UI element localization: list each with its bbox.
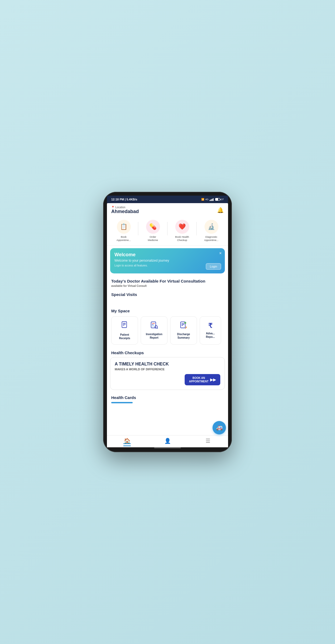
quick-action-book-appointment[interactable]: 📋 BookAppointme... bbox=[109, 220, 138, 242]
my-space-title: My Space bbox=[107, 306, 228, 314]
status-time: 12:18 PM | 5.4KB/s bbox=[111, 198, 137, 201]
diagnostic-appointment-label: DiagnosticAppointme... bbox=[204, 235, 218, 242]
welcome-title: Welcome bbox=[114, 252, 221, 258]
bottom-navigation: 🏠 👤 ☰ 🚑 Emergency bbox=[107, 435, 228, 447]
welcome-banner: Welcome Welcome to your personalized jou… bbox=[110, 248, 225, 273]
order-medicine-label: OrderMedicine bbox=[148, 235, 158, 242]
order-medicine-icon-circle: 💊 bbox=[146, 220, 160, 234]
signal-bar-1 bbox=[210, 200, 210, 201]
location-section: 📍 Location Ahmedabad bbox=[111, 206, 139, 214]
diagnostic-icon-circle: 🔬 bbox=[204, 220, 218, 234]
menu-icon: ☰ bbox=[206, 438, 210, 444]
notification-bell-icon[interactable]: 🔔 bbox=[217, 207, 224, 213]
book-health-checkup-label: Book HealthCheckup bbox=[175, 235, 189, 242]
main-scroll-area: 📋 BookAppointme... 💊 OrderMedicine ❤️ Bo… bbox=[107, 217, 228, 435]
city-name: Ahmedabad bbox=[111, 209, 139, 214]
signal-bar-4 bbox=[213, 198, 214, 201]
home-indicator bbox=[154, 447, 181, 448]
emergency-label: Emergency bbox=[215, 437, 224, 438]
emergency-fab[interactable]: 🚑 Emergency bbox=[213, 421, 226, 434]
quick-action-order-medicine[interactable]: 💊 OrderMedicine bbox=[138, 220, 168, 242]
discharge-summary-card[interactable]: DischargeSummary bbox=[170, 316, 197, 345]
svg-point-14 bbox=[184, 322, 187, 324]
svg-rect-9 bbox=[152, 325, 154, 327]
network-icon: 📶 bbox=[201, 198, 204, 201]
app-header: 📍 Location Ahmedabad 🔔 bbox=[107, 203, 228, 217]
special-visits-area bbox=[107, 298, 228, 306]
advance-report-label: Adva...Repo... bbox=[206, 332, 215, 339]
doctors-section-subtitle: available for Virtual Consult bbox=[107, 284, 228, 290]
home-indicator-bar bbox=[107, 447, 228, 448]
checkup-banner-title: A TIMELY HEALTH CHECK bbox=[115, 362, 220, 367]
signal-bar-3 bbox=[212, 199, 213, 201]
svg-line-8 bbox=[157, 328, 158, 329]
location-label: 📍 Location bbox=[111, 206, 139, 209]
advance-report-card[interactable]: ₹ Adva...Repo... bbox=[200, 316, 221, 345]
battery-fill bbox=[215, 198, 218, 200]
my-space-cards: PatientReceipts InvestigationRepor bbox=[107, 314, 228, 348]
welcome-subtitle: Welcome to your personalized journey bbox=[114, 259, 221, 262]
investigation-report-card[interactable]: InvestigationReport bbox=[141, 316, 168, 345]
login-button[interactable]: Login bbox=[206, 263, 221, 270]
book-appointment-text: BOOK ANAPPOINTMENT bbox=[189, 376, 209, 383]
svg-point-7 bbox=[155, 325, 158, 328]
phone-screen: 📍 Location Ahmedabad 🔔 📋 BookAppointme..… bbox=[107, 203, 228, 448]
advance-report-icon: ₹ bbox=[208, 322, 212, 330]
discharge-summary-label: DischargeSummary bbox=[177, 332, 190, 339]
ambulance-icon: 🚑 bbox=[216, 425, 223, 431]
quick-action-diagnostic[interactable]: 🔬 DiagnosticAppointme... bbox=[197, 220, 226, 242]
health-checkups-title: Health Checkups bbox=[107, 348, 228, 356]
status-bar: 12:18 PM | 5.4KB/s 📶 4G 37 bbox=[107, 196, 228, 203]
special-visits-title: Special Visits bbox=[107, 290, 228, 298]
signal-bar-2 bbox=[211, 199, 211, 201]
health-checkup-banner: A TIMELY HEALTH CHECK MAKES A WORLD OF D… bbox=[110, 357, 225, 390]
heart-icon: ❤️ bbox=[178, 223, 186, 230]
status-icons: 📶 4G 37 bbox=[201, 198, 224, 201]
quick-action-book-health-checkup[interactable]: ❤️ Book HealthCheckup bbox=[168, 220, 197, 242]
book-appointment-icon-circle: 📋 bbox=[117, 220, 131, 234]
battery-icon bbox=[215, 198, 220, 201]
location-pin-icon: 📍 bbox=[111, 206, 114, 209]
health-cards-title: Health Cards bbox=[107, 393, 228, 401]
nav-profile[interactable]: 👤 bbox=[147, 438, 188, 444]
patient-receipts-label: PatientReceipts bbox=[119, 333, 130, 340]
profile-icon: 👤 bbox=[164, 438, 171, 444]
investigation-report-icon bbox=[150, 321, 158, 330]
svg-rect-0 bbox=[122, 321, 127, 328]
nav-menu[interactable]: ☰ bbox=[188, 438, 228, 444]
patient-receipts-icon bbox=[121, 321, 129, 331]
close-icon[interactable]: × bbox=[219, 251, 222, 256]
checkup-banner-subtitle: MAKES A WORLD OF DIFFERENCE bbox=[115, 368, 220, 371]
book-appointment-button[interactable]: BOOK ANAPPOINTMENT ▶▶ bbox=[185, 374, 220, 385]
clipboard-icon: 📋 bbox=[120, 223, 127, 230]
signal-bars bbox=[210, 198, 214, 201]
patient-receipts-card[interactable]: PatientReceipts bbox=[111, 316, 138, 345]
active-indicator bbox=[123, 443, 131, 444]
phone-device: 12:18 PM | 5.4KB/s 📶 4G 37 📍 Location bbox=[103, 192, 232, 452]
battery-level: 37 bbox=[221, 198, 224, 201]
investigation-report-label: InvestigationReport bbox=[146, 332, 162, 339]
quick-actions-bar: 📋 BookAppointme... 💊 OrderMedicine ❤️ Bo… bbox=[107, 217, 228, 246]
doctors-section-title: Today's Doctor Available For Virtual Con… bbox=[107, 276, 228, 284]
svg-rect-4 bbox=[151, 322, 156, 328]
welcome-description: Login to access all features. bbox=[114, 264, 221, 267]
health-checkup-icon-circle: ❤️ bbox=[175, 220, 189, 234]
nav-home[interactable]: 🏠 bbox=[107, 438, 147, 444]
medicine-icon: 💊 bbox=[149, 223, 157, 230]
book-appointment-label: BookAppointme... bbox=[117, 235, 131, 242]
diagnostic-icon: 🔬 bbox=[208, 223, 215, 230]
arrow-icon: ▶▶ bbox=[210, 378, 216, 382]
health-cards-indicator bbox=[111, 402, 133, 403]
discharge-summary-icon bbox=[180, 321, 188, 330]
network-label: 4G bbox=[205, 198, 209, 201]
